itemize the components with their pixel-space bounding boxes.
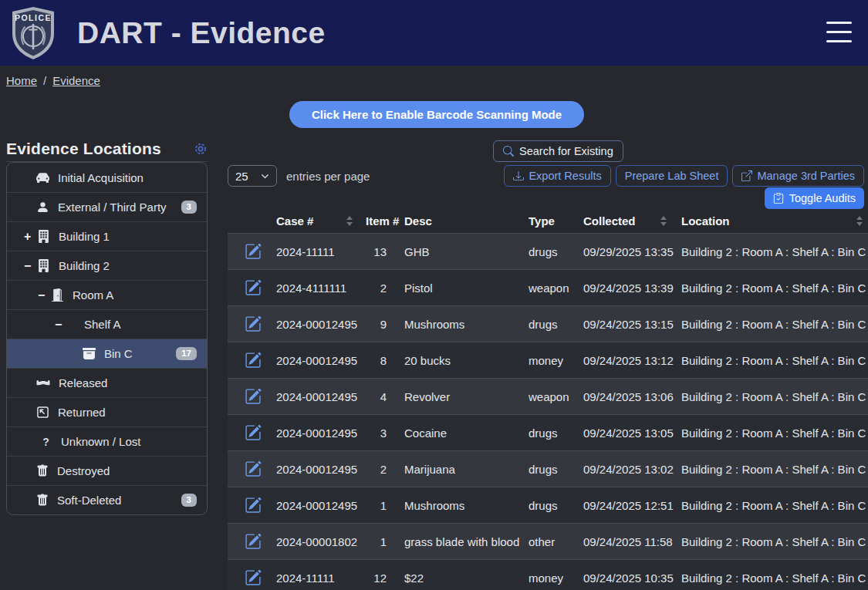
cell-desc: Mushrooms bbox=[400, 499, 524, 512]
edit-icon[interactable] bbox=[245, 315, 262, 332]
sidebar-item-released[interactable]: Released bbox=[7, 368, 207, 397]
evidence-locations-list: Initial Acquisition External / Third Par… bbox=[6, 162, 208, 515]
cell-desc: GHB bbox=[400, 245, 524, 258]
cell-item: 1 bbox=[361, 499, 400, 512]
cell-item: 8 bbox=[361, 354, 400, 367]
toggle-audits-button[interactable]: Toggle Audits bbox=[765, 187, 864, 209]
sidebar-item-label: Destroyed bbox=[57, 464, 110, 477]
col-header-case[interactable]: Case # bbox=[272, 214, 361, 228]
menu-icon[interactable] bbox=[826, 22, 852, 42]
cell-case: 2024-00012495 bbox=[272, 426, 361, 440]
edit-icon[interactable] bbox=[245, 424, 262, 441]
edit-icon[interactable] bbox=[245, 460, 262, 477]
cell-collected: 09/24/2025 10:35 bbox=[579, 571, 675, 585]
sidebar-item-unknown-lost[interactable]: ? Unknown / Lost bbox=[7, 426, 207, 456]
breadcrumb-home-link[interactable]: Home bbox=[6, 74, 37, 87]
cell-type: money bbox=[524, 571, 579, 585]
sidebar-item-label: External / Third Party bbox=[58, 201, 167, 214]
cell-collected: 09/24/2025 13:06 bbox=[579, 390, 675, 403]
edit-icon[interactable] bbox=[245, 279, 262, 296]
entries-per-page-label: entries per page bbox=[286, 170, 370, 183]
breadcrumb: Home/Evidence bbox=[6, 74, 100, 87]
sidebar-item-building-1[interactable]: + Building 1 bbox=[7, 221, 207, 251]
cell-location: Building 2 : Room A : Shelf A : Bin C bbox=[675, 499, 868, 512]
table-actions: Export Results Prepare Lab Sheet Manage … bbox=[504, 165, 864, 187]
col-header-location[interactable]: Location bbox=[675, 214, 868, 228]
evidence-locations-header: Evidence Locations bbox=[6, 139, 208, 162]
svg-text:POLICE: POLICE bbox=[15, 13, 52, 22]
cell-location: Building 2 : Room A : Shelf A : Bin C bbox=[675, 282, 868, 295]
cell-type: drugs bbox=[524, 426, 579, 440]
cell-collected: 09/29/2025 13:35 bbox=[579, 245, 675, 258]
cell-collected: 09/24/2025 13:15 bbox=[579, 318, 675, 331]
edit-icon[interactable] bbox=[245, 533, 262, 550]
cell-location: Building 2 : Room A : Shelf A : Bin C bbox=[675, 426, 868, 440]
cell-desc: Pistol bbox=[400, 282, 524, 295]
col-header-item[interactable]: Item # bbox=[361, 214, 400, 228]
sidebar-item-destroyed[interactable]: Destroyed bbox=[7, 456, 207, 485]
cell-type: drugs bbox=[524, 318, 579, 331]
door-open-icon bbox=[51, 288, 64, 302]
sidebar-item-building-2[interactable]: − Building 2 bbox=[7, 251, 207, 280]
search-for-existing-button[interactable]: Search for Existing bbox=[493, 140, 623, 162]
count-badge: 3 bbox=[181, 494, 197, 507]
sidebar-item-label: Returned bbox=[58, 406, 106, 419]
edit-icon[interactable] bbox=[245, 388, 262, 405]
sidebar-item-soft-deleted[interactable]: Soft-Deleted 3 bbox=[7, 485, 207, 514]
return-box-icon bbox=[36, 406, 49, 419]
cell-case: 2024-00012495 bbox=[272, 390, 361, 403]
cell-desc: 20 bucks bbox=[400, 354, 524, 367]
table-row: 2024-00012495 3 Cocaine drugs 09/24/2025… bbox=[228, 414, 868, 450]
sort-icon bbox=[660, 216, 667, 226]
table-row: 2024-00001802 1 grass blade with blood o… bbox=[228, 523, 868, 559]
sidebar-item-returned[interactable]: Returned bbox=[7, 397, 207, 426]
breadcrumb-evidence-link[interactable]: Evidence bbox=[52, 74, 100, 87]
cell-location: Building 2 : Room A : Shelf A : Bin C bbox=[675, 390, 868, 403]
prepare-lab-sheet-button[interactable]: Prepare Lab Sheet bbox=[616, 165, 728, 187]
cell-location: Building 2 : Room A : Shelf A : Bin C bbox=[675, 245, 868, 258]
sidebar-item-room-a[interactable]: − Room A bbox=[7, 280, 207, 309]
edit-icon[interactable] bbox=[245, 497, 262, 514]
col-header-desc[interactable]: Desc bbox=[400, 214, 524, 228]
collapse-icon[interactable]: − bbox=[55, 318, 68, 332]
table-row: 2024-00012495 4 Revolver weapon 09/24/20… bbox=[228, 378, 868, 414]
cell-item: 4 bbox=[361, 390, 400, 403]
cell-collected: 09/24/2025 13:12 bbox=[579, 354, 675, 367]
barcode-scanning-mode-button[interactable]: Click Here to Enable Barcode Scanning Mo… bbox=[289, 101, 584, 128]
collapse-icon[interactable]: − bbox=[38, 288, 51, 302]
edit-icon[interactable] bbox=[245, 352, 262, 369]
cell-location: Building 2 : Room A : Shelf A : Bin C bbox=[675, 571, 868, 585]
sidebar-item-label: Room A bbox=[73, 288, 113, 302]
col-header-type[interactable]: Type bbox=[524, 214, 579, 228]
cell-case: 2024-11111 bbox=[272, 571, 361, 585]
expand-icon[interactable]: + bbox=[24, 230, 37, 244]
sidebar-item-shelf-a[interactable]: − Shelf A bbox=[7, 309, 207, 339]
sidebar-item-bin-c[interactable]: Bin C 17 bbox=[7, 339, 207, 368]
table-row: 2024-00012495 8 20 bucks money 09/24/202… bbox=[228, 342, 868, 378]
sidebar-item-initial-acquisition[interactable]: Initial Acquisition bbox=[7, 163, 207, 192]
cell-type: drugs bbox=[524, 245, 579, 258]
table-row: 2024-4111111 2 Pistol weapon 09/24/2025 … bbox=[228, 269, 868, 305]
manage-3rd-parties-button[interactable]: Manage 3rd Parties bbox=[732, 165, 864, 187]
car-front-icon bbox=[36, 171, 49, 184]
sidebar-item-external-third-party[interactable]: External / Third Party 3 bbox=[7, 192, 207, 221]
toggle-audits-label: Toggle Audits bbox=[789, 192, 856, 204]
export-results-button[interactable]: Export Results bbox=[504, 165, 610, 187]
chevron-down-icon bbox=[261, 172, 269, 180]
table-body: 2024-11111 13 GHB drugs 09/29/2025 13:35… bbox=[228, 233, 868, 590]
breadcrumb-separator: / bbox=[43, 74, 46, 87]
edit-icon[interactable] bbox=[245, 243, 262, 260]
cell-item: 9 bbox=[361, 318, 400, 331]
prepare-lab-sheet-label: Prepare Lab Sheet bbox=[625, 170, 719, 182]
cell-collected: 09/24/2025 13:05 bbox=[579, 426, 675, 440]
collapse-icon[interactable]: − bbox=[24, 259, 37, 273]
col-header-collected[interactable]: Collected bbox=[579, 214, 675, 228]
sort-icon bbox=[856, 216, 863, 226]
gear-icon[interactable] bbox=[194, 142, 208, 156]
evidence-table: Case # Item # Desc Type Collected Locati… bbox=[228, 209, 868, 590]
edit-icon[interactable] bbox=[245, 569, 262, 586]
entries-per-page-select[interactable]: 25 bbox=[228, 165, 277, 187]
count-badge: 3 bbox=[181, 201, 197, 214]
cell-collected: 09/24/2025 11:58 bbox=[579, 535, 675, 548]
search-for-existing-label: Search for Existing bbox=[519, 145, 613, 157]
